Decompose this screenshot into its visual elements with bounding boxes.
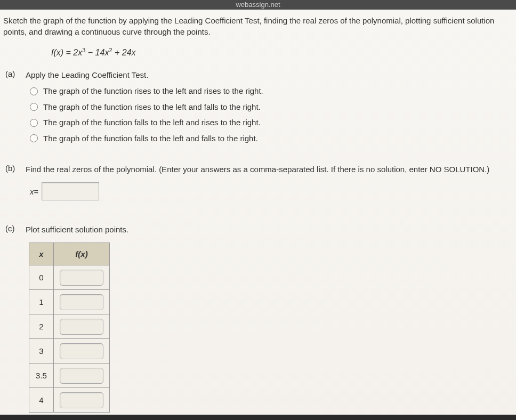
x-cell-3: 3 [29,339,54,364]
radio-option-2[interactable]: The graph of the function falls to the l… [30,117,513,128]
part-b: (b) Find the real zeros of the polynomia… [3,164,513,200]
fx-input-3[interactable] [60,343,103,359]
table-row: 2 [29,314,110,339]
x-cell-1: 1 [29,290,54,314]
zeros-input[interactable] [42,182,99,200]
solution-table: x f(x) 0 1 2 [29,243,110,413]
x-cell-2: 2 [29,314,54,339]
fx-input-1[interactable] [60,294,103,310]
part-c-label: (c) [3,224,26,413]
table-row: 1 [29,290,110,314]
radio-label-3: The graph of the function falls to the l… [43,133,258,144]
x-cell-5: 4 [29,388,54,413]
bottom-bar [0,415,516,420]
radio-group-a: The graph of the function rises to the l… [30,86,513,143]
part-a-label: (a) [3,69,26,149]
url-bar: webassign.net [0,0,516,10]
radio-label-1: The graph of the function rises to the l… [43,102,261,112]
table-row: 3.5 [29,364,110,388]
table-row: 3 [29,339,110,364]
radio-label-2: The graph of the function falls to the l… [43,117,261,128]
part-a-question: Apply the Leading Coefficient Test. [26,69,513,80]
table-header-fx: f(x) [54,243,110,265]
radio-circle-icon [30,103,38,111]
radio-circle-icon [30,87,38,95]
fx-input-5[interactable] [60,392,103,408]
part-b-label: (b) [3,164,26,200]
radio-circle-icon [30,119,38,127]
table-row: 4 [29,388,110,413]
part-a: (a) Apply the Leading Coefficient Test. … [3,69,513,149]
radio-option-1[interactable]: The graph of the function rises to the l… [30,102,513,112]
fx-input-4[interactable] [60,368,103,384]
fx-input-2[interactable] [60,319,103,335]
page-url: webassign.net [236,1,280,9]
formula-mid1: − 14x [85,48,109,57]
equals-sign: = [34,187,39,196]
radio-option-0[interactable]: The graph of the function rises to the l… [30,86,513,96]
function-formula: f(x) = 2x3 − 14x2 + 24x [51,47,513,58]
fx-input-0[interactable] [60,270,103,286]
table-row: 0 [29,265,110,290]
formula-mid2: + 24x [112,48,136,57]
radio-label-0: The graph of the function rises to the l… [43,86,263,96]
radio-circle-icon [30,134,38,142]
radio-option-3[interactable]: The graph of the function falls to the l… [30,133,513,144]
answer-line-b: x = [30,182,513,200]
x-cell-0: 0 [29,265,54,290]
part-b-question: Find the real zeros of the polynomial. (… [26,164,513,175]
x-cell-4: 3.5 [29,364,54,388]
solution-table-wrapper: x f(x) 0 1 2 [29,243,513,413]
var-x: x [30,187,34,196]
formula-prefix: f(x) = 2x [51,48,82,57]
intro-text: Sketch the graph of the function by appl… [3,15,513,37]
table-header-x: x [29,243,54,265]
part-c-question: Plot sufficient solution points. [26,224,513,235]
part-c: (c) Plot sufficient solution points. x f… [3,224,513,413]
question-content: Sketch the graph of the function by appl… [0,10,516,420]
